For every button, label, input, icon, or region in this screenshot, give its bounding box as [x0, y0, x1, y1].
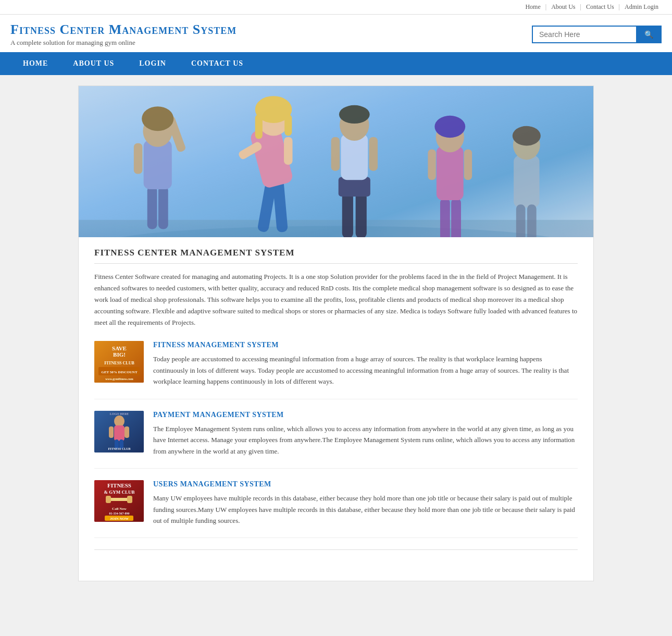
separator1: |	[545, 3, 546, 10]
feature-fitness-text: FITNESS MANAGEMENT SYSTEM Today people a…	[153, 341, 578, 387]
nav-home-link[interactable]: HOME	[10, 52, 60, 75]
svg-text:GET 50% DISCOUNT: GET 50% DISCOUNT	[101, 370, 137, 374]
feature-payment: LOGO HERE FITNESS CLUB PAYMENT MANAGEMEN…	[94, 411, 578, 469]
feature-users-text: USERS MANAGEMENT SYSTEM Many UW employee…	[153, 480, 578, 526]
hero-banner	[79, 86, 593, 237]
svg-text:FITNESS: FITNESS	[107, 482, 131, 488]
svg-text:BIG!: BIG!	[113, 351, 126, 358]
users-img-svg: FITNESS & GYM CLUB Call Now 01-334-567-8…	[94, 480, 144, 522]
svg-text:FITNESS CLUB: FITNESS CLUB	[104, 361, 134, 365]
separator2: |	[580, 3, 581, 10]
topbar-contact-link[interactable]: Contact Us	[586, 3, 614, 10]
svg-rect-39	[79, 86, 593, 237]
brand: Fitness Center Management System A compl…	[10, 22, 237, 47]
search-input[interactable]	[532, 26, 636, 43]
svg-text:LOGO HERE: LOGO HERE	[110, 412, 129, 415]
feature-users: FITNESS & GYM CLUB Call Now 01-334-567-8…	[94, 480, 578, 538]
feature-users-desc: Many UW employees have multiple records …	[153, 493, 578, 526]
svg-text:www.gymfitness.com: www.gymfitness.com	[105, 377, 133, 381]
feature-users-image: FITNESS & GYM CLUB Call Now 01-334-567-8…	[94, 480, 144, 522]
svg-text:& GYM CLUB: & GYM CLUB	[104, 490, 135, 495]
nav-about-link[interactable]: ABOUT US	[60, 52, 127, 75]
separator3: |	[619, 3, 620, 10]
intro-text: Fitness Center Software created for mana…	[94, 271, 578, 328]
feature-fitness-title: FITNESS MANAGEMENT SYSTEM	[153, 341, 578, 349]
search-button[interactable]: 🔍	[636, 26, 662, 43]
svg-text:FITNESS CLUB: FITNESS CLUB	[108, 447, 130, 450]
svg-text:JOIN NOW: JOIN NOW	[110, 517, 129, 521]
nav-list: HOME ABOUT US LOGIN CONTACT US	[10, 52, 662, 75]
topbar-about-link[interactable]: About Us	[551, 3, 575, 10]
feature-fitness-img-box: SAVE BIG! FITNESS CLUB GET 50% DISCOUNT …	[94, 341, 144, 383]
hero-image	[79, 86, 593, 237]
brand-subtitle: A complete solution for managing gym onl…	[10, 39, 237, 47]
nav-item-login: LOGIN	[127, 52, 179, 75]
nav-login-link[interactable]: LOGIN	[127, 52, 179, 75]
main-wrapper: FITNESS CENTER MANAGEMENT SYSTEM Fitness…	[78, 85, 594, 581]
topbar-admin-link[interactable]: Admin Login	[625, 3, 658, 10]
svg-rect-51	[109, 426, 114, 438]
feature-payment-title: PAYMENT MANAGEMENT SYSTEM	[153, 411, 578, 419]
feature-payment-img-box: LOGO HERE FITNESS CLUB	[94, 411, 144, 452]
svg-rect-52	[125, 426, 129, 438]
nav-item-contact: CONTACT US	[179, 52, 256, 75]
content-footer	[94, 549, 578, 565]
svg-text:Call Now: Call Now	[112, 507, 127, 511]
svg-rect-60	[109, 498, 129, 501]
feature-fitness-image: SAVE BIG! FITNESS CLUB GET 50% DISCOUNT …	[94, 341, 144, 383]
header: Fitness Center Management System A compl…	[0, 15, 672, 52]
feature-users-img-box: FITNESS & GYM CLUB Call Now 01-334-567-8…	[94, 480, 144, 522]
search-icon: 🔍	[644, 30, 653, 39]
topbar-home-link[interactable]: Home	[525, 3, 540, 10]
feature-users-title: USERS MANAGEMENT SYSTEM	[153, 480, 578, 488]
feature-payment-text: PAYMENT MANAGEMENT SYSTEM The Employee M…	[153, 411, 578, 457]
section-title: FITNESS CENTER MANAGEMENT SYSTEM	[94, 248, 578, 264]
svg-rect-62	[127, 496, 132, 503]
brand-title: Fitness Center Management System	[10, 22, 237, 38]
fitness-img-svg: SAVE BIG! FITNESS CLUB GET 50% DISCOUNT …	[94, 341, 144, 383]
feature-payment-desc: The Employee Management System runs onli…	[153, 423, 578, 457]
svg-rect-50	[114, 425, 125, 441]
main-nav: HOME ABOUT US LOGIN CONTACT US	[0, 52, 672, 75]
content-section: FITNESS CENTER MANAGEMENT SYSTEM Fitness…	[79, 237, 593, 581]
feature-fitness: SAVE BIG! FITNESS CLUB GET 50% DISCOUNT …	[94, 341, 578, 399]
feature-fitness-desc: Today people are accustomed to accessing…	[153, 353, 578, 387]
nav-item-about: ABOUT US	[60, 52, 127, 75]
search-box: 🔍	[532, 26, 662, 43]
feature-payment-image: LOGO HERE FITNESS CLUB	[94, 411, 144, 452]
top-bar: Home | About Us | Contact Us | Admin Log…	[0, 0, 672, 15]
nav-item-home: HOME	[10, 52, 60, 75]
svg-point-49	[114, 415, 125, 427]
svg-text:SAVE: SAVE	[112, 345, 127, 351]
nav-contact-link[interactable]: CONTACT US	[179, 52, 256, 75]
payment-img-svg: LOGO HERE FITNESS CLUB	[94, 411, 144, 452]
svg-rect-61	[106, 496, 111, 503]
svg-text:01-334-567-890: 01-334-567-890	[109, 512, 130, 515]
